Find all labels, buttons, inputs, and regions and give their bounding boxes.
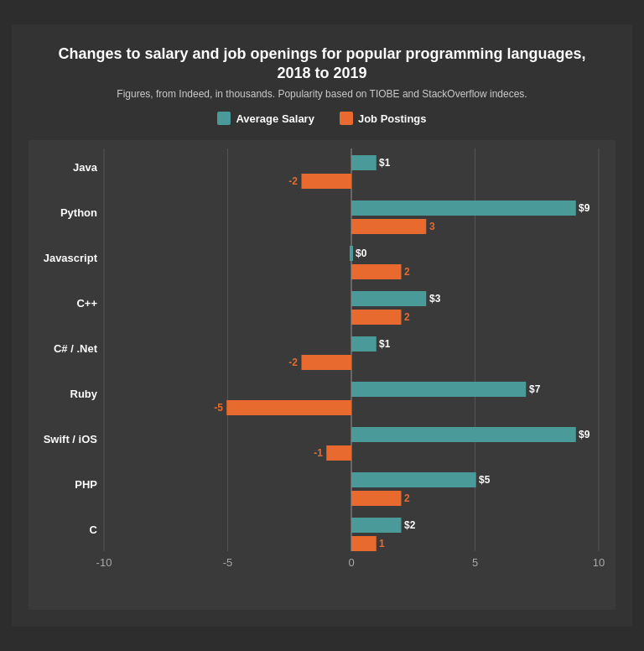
bar-csharp-salary — [351, 336, 377, 352]
bar-c-salary — [351, 518, 402, 533]
val-python-postings: 3 — [429, 221, 435, 232]
bar-c-postings — [351, 536, 377, 551]
val-cpp-postings: 2 — [404, 311, 410, 323]
legend-salary-color — [217, 112, 231, 125]
val-js-postings: 2 — [404, 266, 410, 278]
bar-js-postings — [351, 264, 402, 279]
bar-java-postings — [302, 174, 352, 189]
bar-csharp-postings — [302, 355, 352, 370]
val-csharp-postings: -2 — [288, 357, 298, 368]
val-ruby-salary: $7 — [529, 383, 541, 395]
x-tick-5: 5 — [472, 556, 478, 569]
label-c: C — [90, 523, 98, 536]
bar-php-postings — [351, 491, 402, 506]
x-tick-neg10: -10 — [96, 556, 112, 569]
bar-ruby-postings — [226, 400, 351, 415]
label-java: Java — [73, 161, 98, 174]
bar-swift-salary — [351, 427, 576, 442]
label-js: Javascript — [44, 252, 98, 264]
bar-python-salary — [351, 201, 576, 216]
x-tick-neg5: -5 — [223, 556, 233, 569]
label-csharp: C# / .Net — [54, 342, 98, 355]
val-csharp-salary: $1 — [379, 338, 391, 350]
legend-postings-color — [340, 112, 353, 125]
label-ruby: Ruby — [70, 388, 98, 400]
val-swift-salary: $9 — [579, 429, 590, 440]
val-python-salary: $9 — [579, 202, 590, 214]
val-js-salary: $0 — [356, 247, 367, 259]
val-php-postings: 2 — [404, 492, 410, 504]
legend-salary: Average Salary — [217, 112, 314, 125]
val-c-postings: 1 — [379, 538, 385, 549]
bar-cpp-postings — [351, 310, 402, 325]
bar-js-salary — [350, 246, 353, 261]
label-php: PHP — [75, 478, 97, 491]
val-swift-postings: -1 — [314, 447, 323, 459]
val-c-salary: $2 — [404, 519, 416, 531]
val-php-salary: $5 — [479, 474, 491, 486]
val-ruby-postings: -5 — [214, 402, 223, 414]
bar-java-salary — [351, 155, 377, 170]
bar-swift-postings — [326, 445, 351, 461]
val-java-salary: $1 — [379, 157, 391, 169]
label-python: Python — [60, 206, 97, 219]
x-tick-10: 10 — [593, 556, 605, 569]
legend: Average Salary Job Postings — [29, 112, 615, 125]
bar-php-salary — [351, 472, 476, 487]
chart-container: Changes to salary and job openings for p… — [12, 24, 632, 628]
chart-title: Changes to salary and job openings for p… — [29, 44, 615, 84]
legend-salary-label: Average Salary — [236, 112, 314, 125]
bar-chart: -10 -5 0 5 10 $1 -2 Java $9 3 Python $0 … — [29, 140, 615, 610]
bar-python-postings — [351, 219, 426, 234]
label-cpp: C++ — [76, 297, 97, 310]
legend-postings: Job Postings — [340, 112, 427, 125]
bar-ruby-salary — [351, 382, 526, 397]
bar-cpp-salary — [351, 291, 426, 306]
x-tick-0: 0 — [348, 556, 354, 569]
val-cpp-salary: $3 — [429, 293, 441, 305]
val-java-postings: -2 — [288, 175, 298, 187]
label-swift: Swift / iOS — [44, 433, 98, 445]
chart-subtitle: Figures, from Indeed, in thousands. Popu… — [29, 88, 615, 100]
legend-postings-label: Job Postings — [358, 112, 427, 125]
